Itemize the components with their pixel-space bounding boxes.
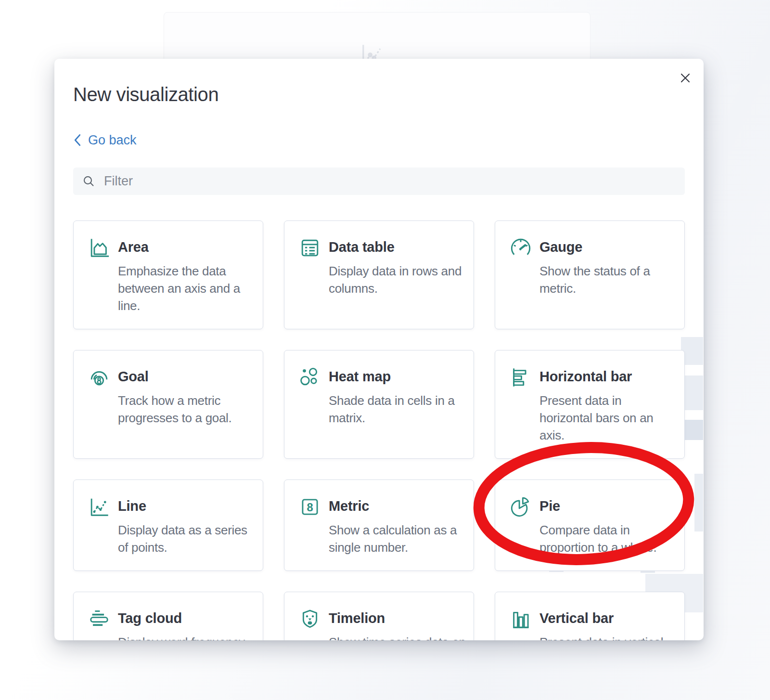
- vis-type-card-goal[interactable]: GoalTrack how a metric progresses to a g…: [73, 350, 263, 459]
- vis-type-card-text: GaugeShow the status of a metric.: [539, 237, 677, 314]
- vis-type-card-text: LineDisplay data as a series of points.: [118, 496, 255, 556]
- vis-type-card-text: Tag cloudDisplay word frequency with fon…: [118, 608, 255, 640]
- vis-type-card-text: AreaEmphasize the data between an axis a…: [118, 237, 255, 314]
- filter-search-field: [73, 168, 685, 195]
- vis-type-card-vertical-bar[interactable]: Vertical barPresent data in vertical bar…: [495, 592, 685, 640]
- chevron-left-icon: [73, 134, 82, 146]
- vis-type-title: Area: [118, 238, 255, 256]
- visualization-type-grid: AreaEmphasize the data between an axis a…: [73, 220, 685, 640]
- vis-type-card-pie[interactable]: PieCompare data in proportion to a whole…: [495, 480, 685, 571]
- heat-map-icon: [299, 366, 321, 389]
- vis-type-card-text: Data tableDisplay data in rows and colum…: [329, 237, 466, 314]
- vis-type-card-text: Vertical barPresent data in vertical bar…: [539, 608, 677, 640]
- vis-type-card-text: PieCompare data in proportion to a whole…: [539, 496, 677, 556]
- vis-type-description: Show the status of a metric.: [539, 262, 677, 297]
- vis-type-title: Timelion: [329, 609, 466, 627]
- vis-type-description: Present data in horizontal bars on an ax…: [539, 392, 677, 444]
- vis-type-card-heat-map[interactable]: Heat mapShade data in cells in a matrix.: [284, 350, 474, 459]
- go-back-label: Go back: [88, 131, 137, 149]
- vis-type-card-text: GoalTrack how a metric progresses to a g…: [118, 366, 255, 444]
- page: { "modal": { "title": "New visualization…: [0, 0, 770, 700]
- vis-type-description: Compare data in proportion to a whole.: [539, 521, 677, 556]
- pie-chart-icon: [510, 496, 532, 518]
- svg-text:8: 8: [307, 501, 313, 514]
- timelion-icon: [299, 608, 321, 630]
- vis-type-card-gauge[interactable]: GaugeShow the status of a metric.: [495, 220, 685, 329]
- new-visualization-modal: New visualization Go back AreaEmphasize …: [54, 59, 704, 640]
- goal-icon: [88, 366, 110, 389]
- modal-title: New visualization: [73, 83, 685, 106]
- metric-icon: 8: [299, 496, 321, 518]
- vis-type-description: Show a calculation as a single number.: [329, 521, 466, 556]
- filter-input[interactable]: [103, 173, 676, 189]
- vis-type-card-tag-cloud[interactable]: Tag cloudDisplay word frequency with fon…: [73, 592, 263, 640]
- vis-type-title: Vertical bar: [539, 609, 677, 627]
- data-table-icon: [299, 237, 321, 259]
- vis-type-description: Display data in rows and columns.: [329, 262, 466, 297]
- vis-type-card-area[interactable]: AreaEmphasize the data between an axis a…: [73, 220, 263, 329]
- close-icon: [678, 71, 693, 85]
- vis-type-card-line[interactable]: LineDisplay data as a series of points.: [73, 480, 263, 571]
- close-button[interactable]: [677, 69, 694, 87]
- vis-type-description: Track how a metric progresses to a goal.: [118, 392, 255, 427]
- vis-type-title: Heat map: [329, 367, 466, 386]
- vis-type-card-metric[interactable]: 8MetricShow a calculation as a single nu…: [284, 480, 474, 571]
- vis-type-card-horizontal-bar[interactable]: Horizontal barPresent data in horizontal…: [495, 350, 685, 459]
- area-chart-icon: [88, 237, 110, 259]
- vis-type-description: Emphasize the data between an axis and a…: [118, 262, 255, 314]
- vis-type-title: Line: [118, 497, 255, 515]
- watermark-block: [694, 474, 703, 531]
- vertical-bar-icon: [510, 608, 532, 630]
- line-chart-icon: [88, 496, 110, 518]
- vis-type-description: Present data in vertical bars on an axis…: [539, 634, 677, 640]
- vis-type-card-text: Heat mapShade data in cells in a matrix.: [329, 366, 466, 444]
- horizontal-bar-icon: [510, 366, 532, 389]
- gauge-icon: [510, 237, 532, 259]
- vis-type-card-text: Horizontal barPresent data in horizontal…: [539, 366, 677, 444]
- vis-type-description: Show time series data on a graph.: [329, 634, 466, 640]
- vis-type-title: Metric: [329, 497, 466, 515]
- vis-type-card-text: TimelionShow time series data on a graph…: [329, 608, 466, 640]
- vis-type-description: Shade data in cells in a matrix.: [329, 392, 466, 427]
- vis-type-title: Goal: [118, 367, 255, 386]
- vis-type-card-data-table[interactable]: Data tableDisplay data in rows and colum…: [284, 220, 474, 329]
- vis-type-title: Data table: [329, 238, 466, 256]
- vis-type-description: Display word frequency with font size.: [118, 634, 255, 640]
- vis-type-title: Horizontal bar: [539, 367, 677, 386]
- tag-cloud-icon: [88, 608, 110, 630]
- go-back-link[interactable]: Go back: [73, 131, 137, 149]
- vis-type-title: Tag cloud: [118, 609, 255, 627]
- vis-type-card-timelion[interactable]: TimelionShow time series data on a graph…: [284, 592, 474, 640]
- vis-type-title: Pie: [539, 497, 677, 515]
- vis-type-title: Gauge: [539, 238, 677, 256]
- vis-type-card-text: MetricShow a calculation as a single num…: [329, 496, 466, 556]
- vis-type-description: Display data as a series of points.: [118, 521, 255, 556]
- search-icon: [82, 175, 95, 188]
